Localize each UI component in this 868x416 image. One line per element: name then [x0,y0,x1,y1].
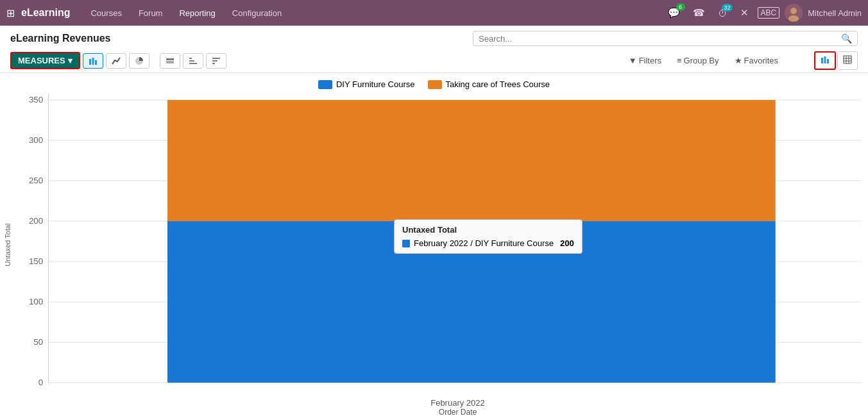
line-chart-icon [112,56,121,65]
svg-rect-17 [827,59,829,63]
descending-sort-button[interactable] [206,53,226,69]
svg-rect-3 [89,59,91,65]
grid-icon[interactable]: ⊞ [6,7,15,19]
svg-point-2 [788,15,799,22]
line-chart-button[interactable] [106,53,126,69]
username-label[interactable]: Mitchell Admin [808,8,862,18]
svg-text:350: 350 [29,95,43,104]
search-icon[interactable]: 🔍 [841,33,852,44]
clock-badge: 32 [722,4,732,12]
pie-chart-button[interactable] [129,53,149,69]
table-view-button[interactable] [837,51,858,70]
close-icon-btn[interactable]: ✕ [736,4,753,21]
page-title: eLearning Revenues [10,33,465,44]
abc-label: ABC [758,7,780,19]
ascending-sort-icon [189,56,198,65]
svg-text:0: 0 [38,378,43,387]
groupby-icon: ≡ [677,56,682,65]
chat-icon-btn[interactable]: 💬 6 [664,4,684,21]
toolbar: MEASURES ▾ ▼ Filters [0,49,868,73]
svg-rect-15 [821,58,823,63]
measures-dropdown-icon: ▾ [68,56,72,65]
chart-legend: DIY Furniture Course Taking care of Tree… [0,79,868,89]
nav-courses[interactable]: Courses [84,6,128,21]
svg-rect-4 [92,58,94,65]
svg-rect-18 [844,56,851,63]
chat-badge: 6 [676,3,685,11]
legend-item-diy: DIY Furniture Course [318,79,415,89]
legend-item-trees: Taking care of Trees Course [428,79,550,89]
search-input[interactable] [479,34,841,44]
y-axis-label-container: Untaxed Total [0,94,15,395]
x-axis-sub-label: Order Date [47,408,868,416]
bar-chart-button[interactable] [83,53,103,69]
close-icon: ✕ [740,7,749,19]
filters-button[interactable]: ▼ Filters [624,53,667,68]
svg-text:300: 300 [29,135,43,145]
x-axis-section: February 2022 Order Date [47,398,868,416]
star-icon: ★ [735,56,742,65]
svg-rect-8 [166,58,174,60]
clock-icon-btn[interactable]: ⏱ 32 [714,5,731,21]
phone-icon: ☎ [693,7,705,19]
favorites-button[interactable]: ★ Favorites [729,53,783,68]
nav-reporting[interactable]: Reporting [173,6,221,21]
nav-configuration[interactable]: Configuration [226,6,288,21]
view-toggle-group [814,51,858,70]
chart-inner[interactable]: 0 50 100 150 200 250 300 350 [15,94,868,395]
bar-diy[interactable] [167,221,776,383]
bar-chart-icon [89,56,98,65]
svg-text:250: 250 [29,176,43,185]
svg-text:200: 200 [29,216,43,226]
chart-view-button[interactable] [814,51,836,70]
groupby-button[interactable]: ≡ Group By [672,53,724,68]
x-axis-main-label: February 2022 [47,398,868,408]
table-view-icon [843,55,852,64]
chart-view-icon [821,55,830,64]
avatar[interactable] [785,4,803,22]
y-axis-label: Untaxed Total [4,223,12,266]
phone-icon-btn[interactable]: ☎ [689,4,709,21]
stacked-icon [166,56,174,65]
search-bar: 🔍 [473,31,858,46]
header-row: eLearning Revenues 🔍 [0,26,868,49]
chart-container: DIY Furniture Course Taking care of Tree… [0,73,868,416]
legend-label-trees: Taking care of Trees Course [446,79,550,89]
chart-body: Untaxed Total 0 50 100 150 [0,94,868,395]
toolbar-right: ▼ Filters ≡ Group By ★ Favorites [624,51,858,70]
filter-icon: ▼ [629,56,637,65]
chart-svg: 0 50 100 150 200 250 300 350 [15,94,868,395]
nav-right-section: 💬 6 ☎ ⏱ 32 ✕ ABC Mitchell Admin [664,4,862,22]
stacked-button[interactable] [160,53,180,69]
descending-sort-icon [212,56,221,65]
ascending-sort-button[interactable] [183,53,203,69]
svg-rect-5 [95,60,97,65]
svg-rect-7 [166,61,174,63]
top-navigation: ⊞ eLearning Courses Forum Reporting Conf… [0,0,868,26]
svg-rect-16 [824,56,826,63]
measures-label: MEASURES [18,56,65,65]
measures-button[interactable]: MEASURES ▾ [10,52,80,69]
nav-forum[interactable]: Forum [132,6,169,21]
svg-point-1 [790,8,797,14]
svg-text:50: 50 [33,337,43,347]
svg-text:100: 100 [29,297,43,306]
svg-text:150: 150 [29,256,43,266]
legend-color-diy [318,80,332,89]
pie-chart-icon [135,56,144,65]
legend-label-diy: DIY Furniture Course [336,79,415,89]
bar-trees[interactable] [167,100,776,221]
legend-color-trees [428,80,442,89]
brand-name[interactable]: eLearning [21,7,70,19]
